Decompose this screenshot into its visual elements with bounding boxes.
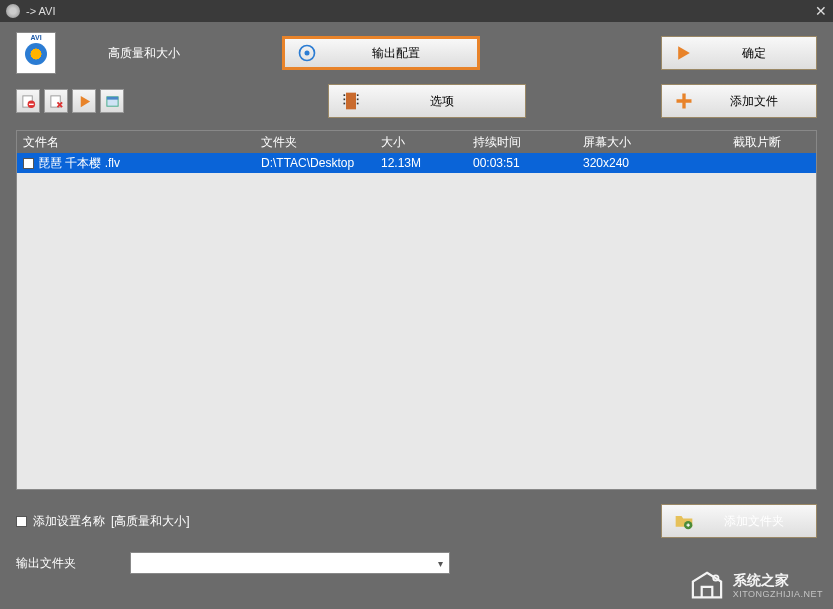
table-row[interactable]: 琵琶 千本樱 .flv D:\TTAC\Desktop 12.13M 00:03… xyxy=(17,153,816,173)
cell-screensize: 320x240 xyxy=(577,156,727,170)
ok-button[interactable]: 确定 xyxy=(661,36,817,70)
watermark: 系统之家 XITONGZHIJIA.NET xyxy=(689,571,823,601)
col-folder[interactable]: 文件夹 xyxy=(255,134,375,151)
ok-label: 确定 xyxy=(706,45,816,62)
window-title: -> AVI xyxy=(26,5,55,17)
arrow-right-icon xyxy=(662,43,706,63)
add-file-label: 添加文件 xyxy=(706,93,816,110)
play-button[interactable] xyxy=(72,89,96,113)
svg-rect-13 xyxy=(357,99,359,101)
film-icon xyxy=(329,91,373,111)
add-folder-label: 添加文件夹 xyxy=(706,513,816,530)
add-file-button[interactable]: 添加文件 xyxy=(661,84,817,118)
add-folder-button[interactable]: 添加文件夹 xyxy=(661,504,817,538)
add-settings-checkbox[interactable] xyxy=(16,516,27,527)
svg-rect-7 xyxy=(106,96,117,99)
options-button[interactable]: 选项 xyxy=(328,84,526,118)
remove-button[interactable] xyxy=(16,89,40,113)
svg-rect-8 xyxy=(346,93,356,110)
cell-size: 12.13M xyxy=(375,156,467,170)
output-folder-select[interactable]: D:\TTAC\Desktop ▾ xyxy=(130,552,450,574)
info-button[interactable] xyxy=(100,89,124,113)
table-header: 文件名 文件夹 大小 持续时间 屏幕大小 截取片断 xyxy=(17,131,816,153)
avi-format-badge: AVI xyxy=(16,32,56,74)
svg-rect-14 xyxy=(357,103,359,105)
col-size[interactable]: 大小 xyxy=(375,134,467,151)
svg-rect-9 xyxy=(344,94,346,96)
plus-icon xyxy=(662,91,706,111)
quality-label: 高质量和大小 xyxy=(108,45,180,62)
watermark-logo-icon xyxy=(689,571,725,601)
svg-rect-11 xyxy=(344,103,346,105)
add-settings-label: 添加设置名称 xyxy=(33,513,105,530)
options-label: 选项 xyxy=(373,93,525,110)
settings-row: 添加设置名称 [高质量和大小] 添加文件夹 xyxy=(0,490,833,544)
svg-rect-4 xyxy=(28,103,33,104)
output-folder-label: 输出文件夹 xyxy=(16,555,116,572)
app-icon xyxy=(6,4,20,18)
cell-duration: 00:03:51 xyxy=(467,156,577,170)
col-duration[interactable]: 持续时间 xyxy=(467,134,577,151)
tool-group xyxy=(16,89,124,113)
col-screensize[interactable]: 屏幕大小 xyxy=(577,134,727,151)
top-toolbar: AVI 高质量和大小 输出配置 确定 xyxy=(0,22,833,80)
gear-icon xyxy=(285,43,329,63)
col-filename[interactable]: 文件名 xyxy=(17,134,255,151)
table-body: 琵琶 千本樱 .flv D:\TTAC\Desktop 12.13M 00:03… xyxy=(17,153,816,489)
cell-filename: 琵琶 千本樱 .flv xyxy=(38,155,120,172)
cell-folder: D:\TTAC\Desktop xyxy=(255,156,375,170)
output-config-button[interactable]: 输出配置 xyxy=(282,36,480,70)
clear-button[interactable] xyxy=(44,89,68,113)
row-checkbox[interactable] xyxy=(23,158,34,169)
svg-rect-10 xyxy=(344,99,346,101)
watermark-sub: XITONGZHIJIA.NET xyxy=(733,589,823,600)
titlebar: -> AVI ✕ xyxy=(0,0,833,22)
watermark-main: 系统之家 xyxy=(733,572,823,589)
folder-plus-icon xyxy=(662,511,706,531)
file-table: 文件名 文件夹 大小 持续时间 屏幕大小 截取片断 琵琶 千本樱 .flv D:… xyxy=(16,130,817,490)
second-toolbar: 选项 添加文件 xyxy=(0,80,833,130)
output-folder-value: D:\TTAC\Desktop xyxy=(137,556,230,570)
settings-value: [高质量和大小] xyxy=(111,513,190,530)
output-config-label: 输出配置 xyxy=(329,45,477,62)
svg-rect-12 xyxy=(357,94,359,96)
close-icon[interactable]: ✕ xyxy=(815,3,827,19)
chevron-down-icon: ▾ xyxy=(438,558,443,569)
col-clip[interactable]: 截取片断 xyxy=(727,134,816,151)
svg-point-1 xyxy=(305,51,310,56)
